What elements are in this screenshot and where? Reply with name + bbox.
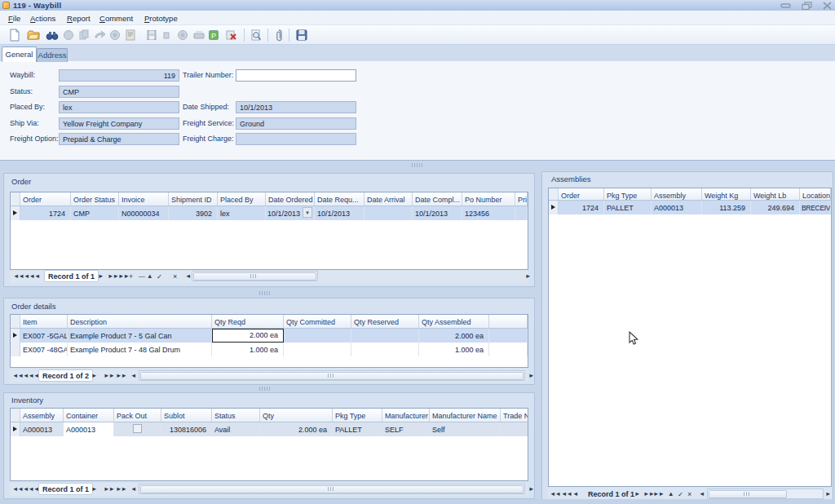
svg-text:P: P (211, 32, 216, 40)
